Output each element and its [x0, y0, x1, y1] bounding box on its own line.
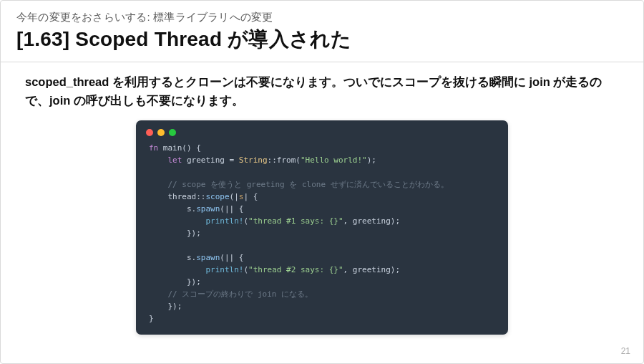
- code-token: println!: [205, 265, 243, 274]
- code-token: greeting =: [182, 155, 238, 165]
- code-comment: // scope を使うと greeting を clone せずに済んでいるこ…: [168, 180, 449, 189]
- code-token: [149, 289, 168, 299]
- page-number: 21: [621, 346, 630, 356]
- code-token: [149, 265, 205, 274]
- window-buttons: [136, 128, 508, 142]
- code-token: let: [168, 155, 182, 165]
- code-token: , greeting);: [343, 265, 400, 274]
- close-icon: [146, 129, 153, 136]
- code-token: "Hello world!": [301, 155, 367, 165]
- description: scoped_thread を利用するとクローンは不要になります。ついでにスコー…: [16, 72, 628, 110]
- code-token: });: [149, 277, 201, 287]
- breadcrumb: 今年の変更をおさらいする: 標準ライブラリへの変更: [16, 11, 628, 24]
- code-token: (|: [230, 192, 239, 201]
- code-token: spawn: [196, 253, 220, 262]
- code-token: });: [149, 302, 182, 311]
- code-token: thread::: [149, 192, 205, 201]
- code-token: fn: [149, 143, 158, 153]
- code-token: [149, 155, 168, 165]
- code-token: scope: [205, 192, 229, 201]
- slide: 今年の変更をおさらいする: 標準ライブラリへの変更 [1.63] Scoped …: [0, 0, 644, 364]
- zoom-icon: [169, 129, 176, 136]
- code-comment: // スコープの終わりで join になる。: [168, 289, 313, 299]
- divider: [1, 62, 643, 62]
- code-block-container: fn main() { let greeting = String::from(…: [16, 120, 628, 335]
- code-token: "thread #1 says: {}": [248, 216, 343, 226]
- code-token: s.: [149, 253, 196, 262]
- code-token: (|| {: [220, 204, 243, 214]
- page-title: [1.63] Scoped Thread が導入された: [16, 26, 628, 53]
- code-token: main() {: [158, 143, 201, 153]
- code-token: , greeting);: [343, 216, 400, 226]
- code-block: fn main() { let greeting = String::from(…: [136, 120, 508, 335]
- code-token: ::from(: [268, 155, 301, 165]
- code-token: });: [149, 229, 201, 238]
- code-token: [149, 180, 168, 189]
- code-token: (|| {: [220, 253, 243, 262]
- minimize-icon: [157, 129, 165, 136]
- code-token: s.: [149, 204, 196, 214]
- code-token: }: [149, 314, 154, 323]
- code-lines: fn main() { let greeting = String::from(…: [136, 142, 508, 328]
- code-token: | {: [243, 192, 258, 201]
- code-token: spawn: [196, 204, 220, 214]
- code-token: println!: [205, 216, 243, 226]
- code-token: [149, 216, 205, 226]
- code-token: "thread #2 says: {}": [248, 265, 343, 274]
- code-token: );: [367, 155, 376, 165]
- code-token: String: [239, 155, 268, 165]
